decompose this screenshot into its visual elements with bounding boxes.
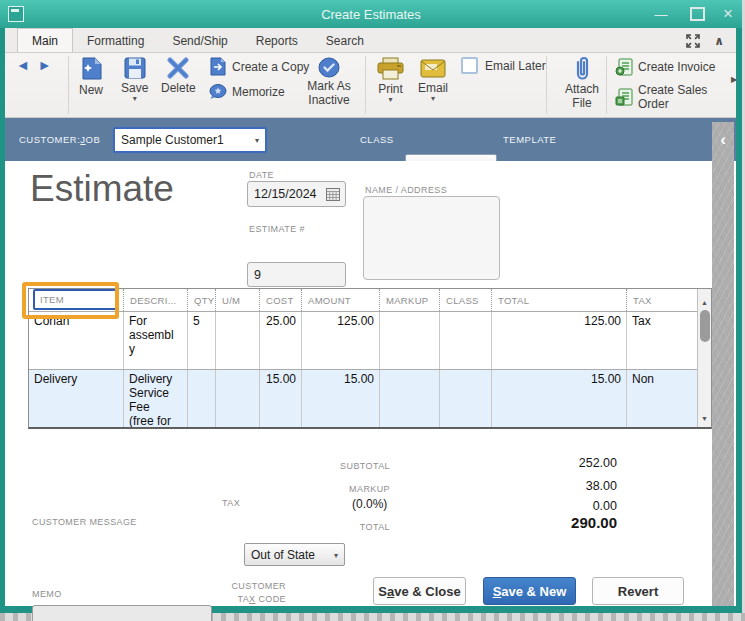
scroll-thumb[interactable]: [700, 310, 710, 342]
col-header-description[interactable]: DESCRI...: [123, 289, 187, 311]
create-a-copy-button[interactable]: Create a Copy: [209, 57, 309, 76]
table-scrollbar[interactable]: ▲ ▼: [697, 289, 711, 427]
email-button[interactable]: Email ▾: [418, 59, 448, 103]
item-column-highlight: [22, 282, 119, 319]
paperclip-icon: [573, 55, 591, 82]
ribbon-tab-bar: Main Formatting Send/Ship Reports Search…: [5, 28, 736, 53]
panel-expand-icon: ‹: [712, 130, 734, 150]
tax-value: 0.00: [517, 499, 617, 513]
customer-job-caret: ▾: [255, 137, 259, 145]
form-title: Estimate: [30, 168, 174, 210]
tab-reports[interactable]: Reports: [242, 30, 312, 52]
class-label: CLASS: [360, 134, 394, 145]
subtotal-value: 252.00: [517, 456, 617, 470]
create-sales-order-icon: [615, 88, 633, 106]
collapse-ribbon-icon[interactable]: ∧: [714, 34, 724, 48]
attach-file-button[interactable]: Attach File: [558, 55, 606, 111]
create-estimates-window: Create Estimates — × Main Formatting Sen…: [0, 0, 745, 621]
estimate-number-field[interactable]: 9: [247, 262, 346, 287]
memorize-icon: [209, 83, 227, 100]
delete-x-icon: [167, 57, 189, 79]
print-dropdown-caret: ▾: [388, 96, 392, 104]
inactive-check-icon: [318, 57, 340, 78]
customer-job-label: CUSTOMER:JOB: [19, 134, 100, 145]
col-header-qty[interactable]: QTY: [187, 289, 215, 311]
memorize-button[interactable]: Memorize: [209, 83, 285, 100]
items-table: ITEM DESCRI... QTY U/M COST AMOUNT MARKU…: [28, 288, 712, 429]
table-row[interactable]: Delivery Delivery Service Fee (free for …: [29, 369, 697, 429]
window-title: Create Estimates: [0, 7, 742, 22]
minimize-button[interactable]: —: [650, 0, 672, 28]
markup-value: 38.00: [517, 479, 617, 493]
estimate-number-label: ESTIMATE #: [249, 224, 305, 234]
col-header-amount[interactable]: AMOUNT: [301, 289, 379, 311]
printer-icon: [377, 57, 404, 80]
total-label: TOTAL: [240, 522, 390, 532]
tax-dropdown[interactable]: Out of State ▾: [244, 543, 345, 566]
create-invoice-icon: [615, 58, 633, 76]
name-address-box[interactable]: [363, 196, 500, 280]
col-header-tax[interactable]: TAX: [626, 289, 697, 311]
name-address-label: NAME / ADDRESS: [365, 185, 447, 195]
save-button[interactable]: Save ▾: [121, 57, 148, 103]
save-and-new-button[interactable]: Save & New: [483, 577, 576, 605]
col-header-class[interactable]: CLASS: [439, 289, 491, 311]
customer-message-label: CUSTOMER MESSAGE: [32, 517, 137, 527]
col-header-total[interactable]: TOTAL: [491, 289, 626, 311]
table-row[interactable]: Corian For assembly 5 25.00 125.00 125.0…: [29, 311, 697, 369]
email-later-option: Email Later: [461, 57, 546, 74]
scroll-up-icon[interactable]: ▲: [698, 295, 711, 309]
close-icon: ×: [723, 4, 733, 24]
tax-rate: (0.0%): [352, 497, 387, 511]
customer-tax-code-label: CUSTOMER TAX CODE: [220, 580, 286, 606]
tab-main[interactable]: Main: [17, 28, 73, 52]
save-floppy-icon: [124, 57, 146, 79]
tab-formatting[interactable]: Formatting: [73, 30, 158, 52]
col-header-um[interactable]: U/M: [215, 289, 259, 311]
template-label: TEMPLATE: [503, 134, 556, 145]
items-table-header: ITEM DESCRI... QTY U/M COST AMOUNT MARKU…: [29, 289, 697, 311]
create-sales-order-button[interactable]: Create Sales Order: [615, 83, 736, 111]
context-bar: CUSTOMER:JOB Sample Customer1 ▾ CLASS ▾ …: [5, 118, 736, 161]
col-header-markup[interactable]: MARKUP: [379, 289, 439, 311]
copy-document-icon: [209, 57, 227, 76]
forward-arrow-icon[interactable]: ►: [38, 58, 52, 72]
title-bar: Create Estimates — ×: [0, 0, 742, 28]
close-button[interactable]: ×: [717, 0, 739, 28]
customer-job-dropdown[interactable]: Sample Customer1 ▾: [113, 127, 267, 153]
email-later-checkbox[interactable]: [461, 57, 478, 74]
history-panel-collapsed[interactable]: ‹: [712, 122, 734, 606]
calendar-icon[interactable]: [326, 188, 340, 201]
revert-button[interactable]: Revert: [592, 577, 684, 605]
create-invoice-button[interactable]: Create Invoice: [615, 58, 715, 76]
expand-window-icon[interactable]: [686, 34, 700, 48]
maximize-icon: [690, 7, 705, 21]
print-button[interactable]: Print ▾: [377, 57, 404, 104]
date-field[interactable]: 12/15/2024: [247, 181, 346, 207]
email-envelope-icon: [420, 59, 446, 78]
tax-dropdown-caret: ▾: [334, 551, 338, 559]
tab-send-ship[interactable]: Send/Ship: [158, 30, 241, 52]
tax-label: TAX: [222, 498, 240, 508]
minimize-icon: —: [655, 7, 668, 22]
delete-button[interactable]: Delete: [161, 57, 196, 95]
nav-arrows: ◄ ►: [16, 58, 52, 72]
subtotal-label: SUBTOTAL: [240, 461, 390, 471]
date-label: DATE: [249, 170, 274, 180]
tab-search[interactable]: Search: [312, 30, 378, 52]
customer-message-dropdown[interactable]: ▾: [32, 605, 212, 621]
maximize-button[interactable]: [686, 0, 708, 28]
save-dropdown-caret: ▾: [133, 95, 137, 103]
total-value: 290.00: [517, 514, 617, 531]
new-document-icon: [81, 57, 102, 80]
main-toolbar: ◄ ► Find New Save ▾ Delete: [5, 53, 736, 118]
scroll-down-icon[interactable]: ▼: [698, 411, 711, 425]
back-arrow-icon[interactable]: ◄: [16, 58, 30, 72]
col-header-cost[interactable]: COST: [259, 289, 301, 311]
toolbar-overflow-arrow[interactable]: ▶: [731, 75, 737, 84]
markup-label: MARKUP: [240, 484, 390, 494]
email-dropdown-caret: ▾: [431, 95, 435, 103]
save-and-close-button[interactable]: Save & Close: [373, 577, 466, 605]
new-button[interactable]: New: [79, 57, 103, 97]
mark-as-inactive-button[interactable]: Mark As Inactive: [303, 57, 355, 108]
